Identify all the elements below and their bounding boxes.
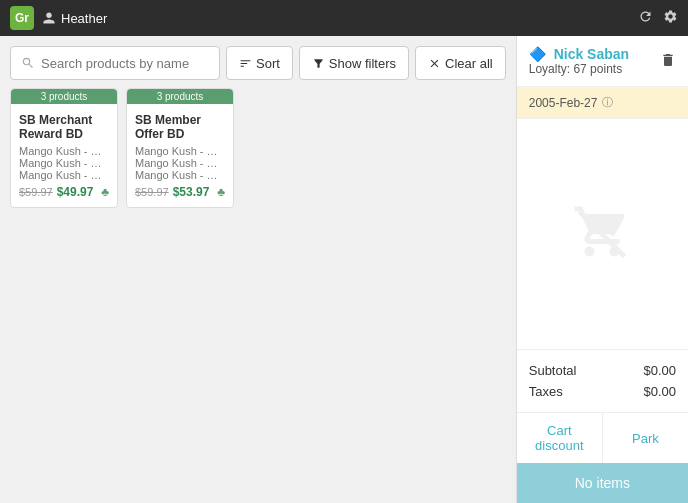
search-box[interactable] <box>10 46 220 80</box>
clear-all-button[interactable]: Clear all <box>415 46 506 80</box>
cart-empty <box>517 119 688 349</box>
product-line: Mango Kush - NO. 40... <box>19 157 109 169</box>
search-icon <box>21 56 35 70</box>
delete-customer-button[interactable] <box>660 52 676 71</box>
cart-discount-button[interactable]: Cart discount <box>517 413 602 463</box>
topbar-actions <box>638 9 678 27</box>
product-card[interactable]: 3 products SB Merchant Reward BD Mango K… <box>10 88 118 208</box>
main-layout: Sort Show filters Clear all 3 products S… <box>0 36 688 503</box>
customer-name: 🔷 Nick Saban <box>529 46 629 62</box>
refresh-icon[interactable] <box>638 9 653 27</box>
product-line: Mango Kush - NO. 40... <box>19 169 109 181</box>
product-line: Mango Kush - NO. 40... <box>19 145 109 157</box>
price-new: $49.97 <box>57 185 94 199</box>
empty-cart-icon <box>572 204 632 264</box>
product-price-row: $59.97 $49.97 ♣ <box>19 185 109 199</box>
product-line: Mango Kush - NO. 40... <box>135 169 225 181</box>
product-line: Mango Kush - NO. 40... <box>135 157 225 169</box>
cart-actions: Cart discount Park <box>517 412 688 463</box>
user-info: Heather <box>42 11 638 26</box>
info-icon: ⓘ <box>602 95 613 110</box>
subtotal-row: Subtotal $0.00 <box>529 360 676 381</box>
product-line: Mango Kush - NO. 40... <box>135 145 225 157</box>
product-badge: 3 products <box>127 89 233 104</box>
left-panel: Sort Show filters Clear all 3 products S… <box>0 36 516 503</box>
cart-submit-button[interactable]: No items <box>517 463 688 503</box>
username: Heather <box>61 11 107 26</box>
sort-button[interactable]: Sort <box>226 46 293 80</box>
park-button[interactable]: Park <box>602 413 688 463</box>
leaf-icon: ♣ <box>101 185 109 199</box>
product-card[interactable]: 3 products SB Member Offer BD Mango Kush… <box>126 88 234 208</box>
settings-icon[interactable] <box>663 9 678 27</box>
customer-header: 🔷 Nick Saban Loyalty: 67 points <box>517 36 688 87</box>
product-badge: 3 products <box>11 89 117 104</box>
price-old: $59.97 <box>19 186 53 198</box>
products-grid: 3 products SB Merchant Reward BD Mango K… <box>10 88 506 493</box>
filter-icon <box>312 57 325 70</box>
topbar: Gr Heather <box>0 0 688 36</box>
filter-button[interactable]: Show filters <box>299 46 409 80</box>
cart-totals: Subtotal $0.00 Taxes $0.00 <box>517 349 688 412</box>
product-price-row: $59.97 $53.97 ♣ <box>135 185 225 199</box>
customer-info: 🔷 Nick Saban Loyalty: 67 points <box>529 46 629 76</box>
product-title: SB Member Offer BD <box>135 113 225 141</box>
leaf-icon: ♣ <box>217 185 225 199</box>
price-old: $59.97 <box>135 186 169 198</box>
customer-icon: 🔷 <box>529 46 546 62</box>
taxes-row: Taxes $0.00 <box>529 381 676 402</box>
date-bar: 2005-Feb-27 ⓘ <box>517 87 688 119</box>
search-row: Sort Show filters Clear all <box>10 46 506 80</box>
sort-icon <box>239 57 252 70</box>
search-input[interactable] <box>41 56 209 71</box>
product-title: SB Merchant Reward BD <box>19 113 109 141</box>
app-logo: Gr <box>10 6 34 30</box>
customer-loyalty: Loyalty: 67 points <box>529 62 629 76</box>
person-icon <box>42 11 56 25</box>
clear-icon <box>428 57 441 70</box>
right-panel: 🔷 Nick Saban Loyalty: 67 points 2005-Feb… <box>516 36 688 503</box>
price-new: $53.97 <box>173 185 210 199</box>
